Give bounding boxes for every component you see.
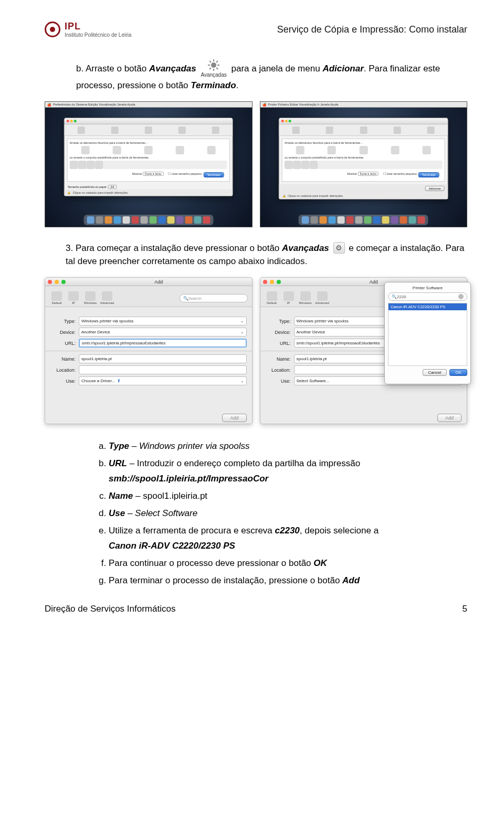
dock: [299, 215, 428, 225]
adicionar-button[interactable]: Adicionar: [425, 186, 445, 191]
tab-ip[interactable]: IP: [281, 291, 296, 304]
svg-line-6: [216, 68, 218, 69]
gear-icon: Avançadas: [201, 59, 226, 79]
add-printer-dialog-right: Add Default IP Windows Advanced Type:Win…: [260, 277, 468, 424]
lock-row: 🔒 Clique no cadeado para impedir alteraç…: [64, 190, 233, 196]
substep-g: Para terminar o processo de instalação, …: [109, 573, 467, 589]
lock-row: 🔒 Clique no cadeado para impedir alteraç…: [279, 193, 448, 199]
dock: [83, 215, 213, 225]
desktop-screenshot-left: 🍎Preferências do Sistema Edição Visualiz…: [45, 101, 253, 227]
url-field[interactable]: smb://spool1.ipleiria.pt/ImpressaoEstuda…: [79, 339, 247, 348]
search-input[interactable]: 🔍 Search: [180, 294, 248, 302]
add-button[interactable]: Add: [437, 414, 461, 422]
popover-search-input[interactable]: 🔍 2220: [388, 292, 467, 301]
tab-windows[interactable]: Windows: [83, 291, 98, 304]
customize-toolbar-window: Arraste os elementos favoritos para a ba…: [64, 118, 233, 196]
step-b-text: b. Arraste o botão Avançadas Avançadas p…: [76, 59, 467, 92]
list-item[interactable]: Canon iR-ADV C2220/2230 PS: [388, 303, 467, 310]
location-field[interactable]: [79, 365, 247, 374]
driver-list[interactable]: Canon iR-ADV C2220/2230 PS: [388, 303, 467, 366]
tab-default[interactable]: Default: [265, 291, 279, 304]
substep-a: Type – Windows printer via spoolss: [109, 439, 467, 454]
tab-advanced[interactable]: Advanced: [315, 291, 330, 304]
page-footer: Direção de Serviços Informáticos 5: [45, 604, 467, 614]
gear-icon: [333, 242, 345, 254]
substep-f: Para continuar o processo deve pressiona…: [109, 556, 467, 571]
ok-button[interactable]: OK: [449, 369, 467, 376]
add-button[interactable]: Add: [222, 414, 246, 422]
customize-toolbar-window: Arraste os elementos favoritos para a ba…: [279, 118, 448, 200]
popover-title: Printer Software: [388, 286, 467, 290]
logo-main: IPL: [65, 21, 131, 32]
menubar: 🍎Finder Ficheiro Editar Visualização Ir …: [260, 102, 467, 108]
page-header: IPL Instituto Politécnico de Leiria Serv…: [45, 21, 467, 38]
substep-b: URL – Introduzir o endereço completo da …: [109, 456, 467, 487]
name-field[interactable]: spool1.ipleiria.pt: [79, 354, 247, 363]
add-dialog-row: Add Default IP Windows Advanced 🔍 Search…: [45, 277, 467, 424]
add-printer-dialog-left: Add Default IP Windows Advanced 🔍 Search…: [45, 277, 253, 424]
type-select[interactable]: Windows printer via spoolss⌄: [79, 317, 247, 326]
terminado-button[interactable]: Terminado: [418, 172, 439, 177]
svg-line-7: [209, 68, 211, 69]
step-3-text: 3. Para começar a instalação deve pressi…: [66, 242, 467, 268]
tab-ip[interactable]: IP: [66, 291, 81, 304]
menubar: 🍎Preferências do Sistema Edição Visualiz…: [45, 102, 252, 108]
printer-software-popover: Printer Software 🔍 2220 Canon iR-ADV C22…: [384, 282, 471, 384]
tab-advanced[interactable]: Advanced: [100, 291, 114, 304]
substep-d: Use – Select Software: [109, 506, 467, 521]
tab-default[interactable]: Default: [49, 291, 64, 304]
substep-c: Name – spool1.ipleiria.pt: [109, 489, 467, 504]
svg-line-8: [216, 61, 218, 62]
substep-e: Utilize a ferramenta de procura e escrev…: [109, 523, 467, 554]
svg-point-0: [211, 62, 216, 68]
logo-icon: [45, 22, 60, 37]
clear-icon[interactable]: [458, 294, 464, 299]
desktop-screenshot-right: 🍎Finder Ficheiro Editar Visualização Ir …: [260, 101, 468, 227]
use-select[interactable]: Choose a Driver...⬆⌄: [79, 376, 247, 385]
page-title: Serviço de Cópia e Impressão: Como insta…: [277, 24, 467, 35]
logo-sub: Instituto Politécnico de Leiria: [65, 32, 131, 38]
svg-line-5: [209, 61, 211, 62]
substeps: Type – Windows printer via spoolss URL –…: [97, 439, 467, 588]
footer-left: Direção de Serviços Informáticos: [45, 604, 175, 614]
device-select[interactable]: Another Device⌄: [79, 328, 247, 337]
page-number: 5: [463, 604, 467, 614]
terminado-button[interactable]: Terminado: [203, 172, 224, 177]
tab-windows[interactable]: Windows: [298, 291, 313, 304]
logo: IPL Instituto Politécnico de Leiria: [45, 21, 131, 38]
desktop-screenshot-row: 🍎Preferências do Sistema Edição Visualiz…: [45, 101, 467, 227]
cancel-button[interactable]: Cancel: [423, 369, 447, 376]
